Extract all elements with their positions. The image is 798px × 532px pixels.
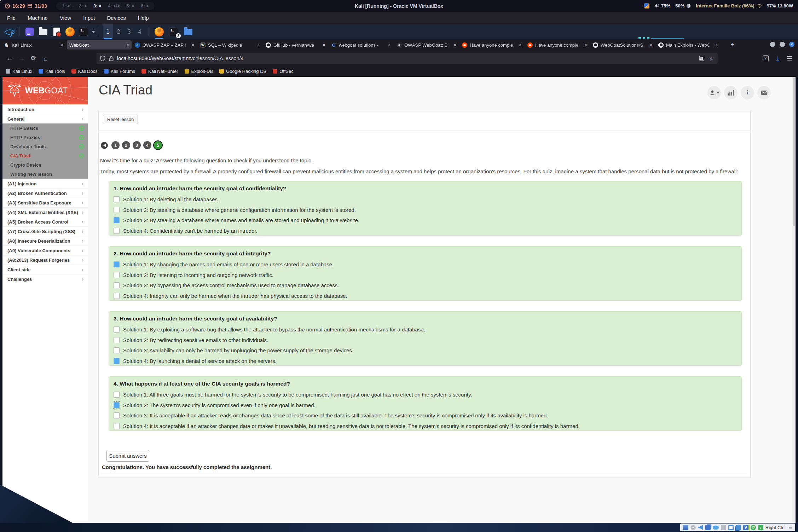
home-button[interactable]: ⌂ (40, 54, 52, 62)
virtualbox-tray-icon[interactable] (644, 3, 649, 8)
file-manager-icon[interactable] (38, 27, 48, 37)
info-icon[interactable]: i (741, 86, 754, 99)
sidebar-item--a5-broken-access-control[interactable]: (A5) Broken Access Control› (2, 217, 88, 226)
sidebar-item-developer-tools[interactable]: Developer Tools (2, 142, 88, 151)
workspace-4[interactable]: 4 (134, 24, 145, 39)
answer-checkbox[interactable] (114, 261, 120, 267)
tab-close-icon[interactable]: × (126, 42, 129, 48)
answer-checkbox[interactable] (114, 392, 120, 398)
reset-lesson-button[interactable]: Reset lesson (103, 115, 138, 124)
browser-tab[interactable]: GitHub - vernjan/we× (263, 40, 328, 50)
answer-option[interactable]: Solution 1: All three goals must be harm… (114, 392, 737, 398)
url-text[interactable]: localhost:8080/WebGoat/start.mvc#lesson/… (117, 56, 699, 61)
bookmark-item[interactable]: Kali Forums (104, 69, 135, 74)
menu-view[interactable]: View (60, 15, 71, 21)
answer-checkbox[interactable] (114, 412, 120, 418)
report-card-icon[interactable] (724, 86, 738, 99)
answer-checkbox[interactable] (114, 282, 120, 288)
menu-hamburger-icon[interactable] (787, 56, 792, 60)
bookmark-item[interactable]: Kali NetHunter (141, 69, 178, 74)
sidebar-item-cia-triad[interactable]: CIA Triad (2, 151, 88, 160)
bookmark-item[interactable]: Kali Docs (71, 69, 98, 74)
answer-option[interactable]: Solution 2: By listening to incoming and… (114, 272, 737, 278)
sidebar-item--a8-2013-request-forgeries[interactable]: (A8:2013) Request Forgeries› (2, 255, 88, 265)
answer-checkbox[interactable] (114, 207, 120, 213)
page-circle-5[interactable]: 5 (154, 141, 162, 149)
tab-close-icon[interactable]: × (715, 42, 718, 48)
extension-icon[interactable]: V (763, 55, 769, 61)
sidebar-item--a4-xml-external-entities-xxe-[interactable]: (A4) XML External Entities (XXE)› (2, 207, 88, 217)
menu-devices[interactable]: Devices (107, 15, 126, 21)
sidebar-item-general[interactable]: General› (2, 114, 88, 123)
page-circle-2[interactable]: 2 (122, 141, 130, 149)
host-workspace[interactable]: 5: ● (126, 3, 134, 8)
answer-checkbox[interactable] (114, 228, 120, 234)
window-manager-icon[interactable] (25, 27, 35, 37)
answer-option[interactable]: Solution 1: By changing the names and em… (114, 261, 737, 267)
menu-input[interactable]: Input (83, 15, 95, 21)
maximize-button[interactable] (780, 42, 785, 47)
sidebar-item-http-basics[interactable]: HTTP Basics (2, 123, 88, 133)
browser-tab[interactable]: Gwebgoat solutions -× (329, 40, 393, 50)
tab-close-icon[interactable]: × (453, 42, 456, 48)
browser-tab[interactable]: Main Exploits · WebG× (656, 40, 721, 50)
vbox-v-icon[interactable]: V (743, 525, 748, 530)
reload-button[interactable]: ⟳ (28, 54, 40, 62)
browser-tab[interactable]: WSQL – Wikipedia× (198, 40, 262, 50)
page-circle-4[interactable]: 4 (143, 141, 151, 149)
bookmark-item[interactable]: Exploit-DB (185, 69, 213, 74)
sidebar-item--a3-sensitive-data-exposure[interactable]: (A3) Sensitive Data Exposure› (2, 198, 88, 207)
network-icon[interactable] (705, 525, 711, 530)
sidebar-item--a9-vulnerable-components[interactable]: (A9) Vulnerable Components› (2, 245, 88, 255)
submit-answers-button[interactable]: Submit answers (106, 450, 149, 462)
workspace-3[interactable]: 3 (124, 24, 134, 39)
hdd-icon[interactable] (683, 525, 688, 530)
resize-grip[interactable] (789, 526, 792, 529)
sidebar-item--a8-insecure-deserialization[interactable]: (A8) Insecure Deserialization› (2, 236, 88, 245)
host-workspace[interactable]: 6: ● (141, 3, 149, 8)
answer-option[interactable]: Solution 4: Integrity can only be harmed… (114, 293, 737, 299)
answer-checkbox[interactable] (114, 196, 120, 202)
windows-icon[interactable] (736, 525, 741, 530)
answer-checkbox[interactable] (114, 217, 120, 223)
browser-tab[interactable]: Have anyone comple× (525, 40, 590, 50)
sidebar-item--a2-broken-authentication[interactable]: (A2) Broken Authentication› (2, 188, 88, 198)
tracking-shield-icon[interactable] (100, 56, 105, 61)
menu-machine[interactable]: Machine (28, 15, 48, 21)
tab-close-icon[interactable]: × (257, 42, 260, 48)
reader-mode-icon[interactable] (699, 56, 704, 61)
answer-option[interactable]: Solution 4: Confidentiality can't be har… (114, 228, 737, 234)
tab-close-icon[interactable]: × (650, 42, 653, 48)
webgoat-logo[interactable]: WEBGOAT (2, 77, 88, 104)
answer-option[interactable]: Solution 2: The system's security is com… (114, 402, 737, 408)
answer-checkbox[interactable] (114, 402, 120, 408)
sidebar-item-crypto-basics[interactable]: Crypto Basics (2, 160, 88, 169)
page-scrollbar[interactable] (792, 77, 796, 523)
bookmark-item[interactable]: Kali Tools (39, 69, 65, 74)
answer-option[interactable]: Solution 3: By stealing a database where… (114, 217, 737, 223)
bookmark-star-icon[interactable]: ☆ (709, 55, 714, 62)
bookmark-item[interactable]: OffSec (273, 69, 294, 74)
sidebar-item-challenges[interactable]: Challenges› (2, 274, 88, 284)
browser-tab[interactable]: WebGoatSolutions/S× (590, 40, 655, 50)
contact-icon[interactable] (757, 86, 771, 99)
firefox-task-icon[interactable] (154, 27, 164, 37)
folder-icon[interactable] (721, 525, 726, 530)
sidebar-item-http-proxies[interactable]: HTTP Proxies (2, 133, 88, 142)
terminal-launcher-icon[interactable]: $_ (79, 27, 88, 37)
display-icon[interactable] (728, 525, 734, 530)
answer-checkbox[interactable] (114, 293, 120, 299)
scrollbar-thumb[interactable] (793, 77, 795, 226)
answer-option[interactable]: Solution 1: By exploiting a software bug… (114, 326, 737, 332)
site-info-lock-icon[interactable] (109, 56, 114, 61)
host-workspace[interactable]: 1: >_ (62, 3, 73, 8)
sidebar-item-introduction[interactable]: Introduction› (2, 104, 88, 114)
browser-tab[interactable]: Have anyone comple× (459, 40, 524, 50)
sidebar-item--a7-cross-site-scripting-xss-[interactable]: (A7) Cross-Site Scripting (XSS)› (2, 226, 88, 236)
bookmark-item[interactable]: Google Hacking DB (219, 69, 266, 74)
audio-icon[interactable] (698, 525, 703, 530)
answer-option[interactable]: Solution 3: It is acceptable if an attac… (114, 412, 737, 418)
answer-option[interactable]: Solution 2: By redirecting sensitive ema… (114, 337, 737, 343)
terminal-task-icon[interactable]: $_3 (169, 27, 179, 37)
launcher-dropdown-icon[interactable] (92, 31, 95, 33)
